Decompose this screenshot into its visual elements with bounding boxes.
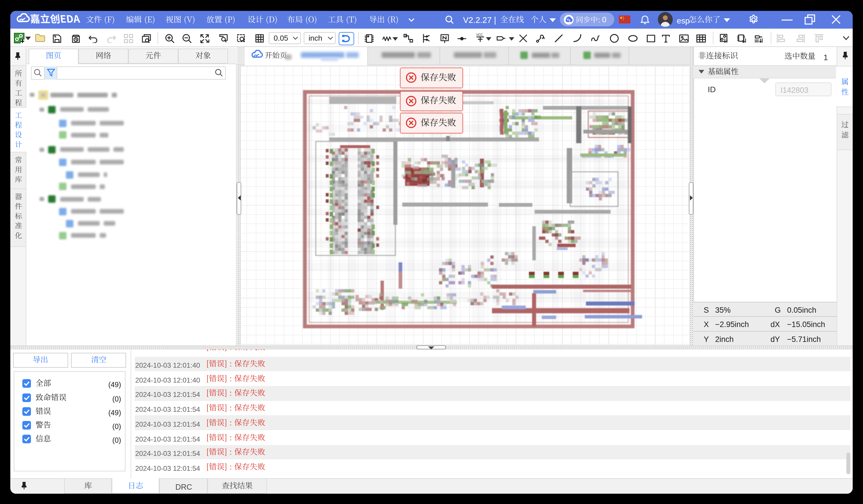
svg-text:1: 1	[741, 39, 743, 43]
svg-text:VCC: VCC	[476, 33, 483, 36]
svg-text:1: 1	[726, 37, 728, 41]
